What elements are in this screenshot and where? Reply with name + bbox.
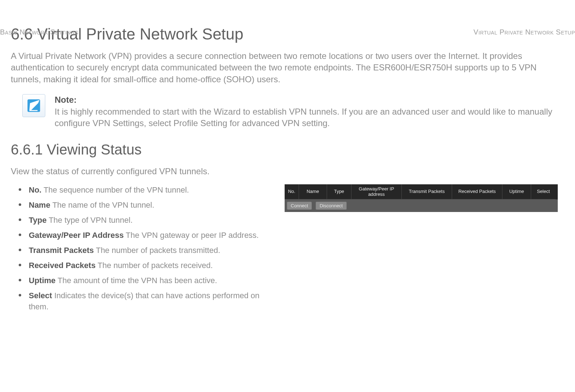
desc: The number of packets transmitted.: [94, 246, 220, 255]
disconnect-button[interactable]: Disconnect: [316, 202, 346, 210]
desc: The amount of time the VPN has been acti…: [56, 276, 217, 285]
vpn-status-widget: No. Name Type Gateway/Peer IP address Tr…: [285, 184, 558, 212]
section-intro: A Virtual Private Network (VPN) provides…: [11, 50, 564, 85]
svg-rect-1: [29, 110, 38, 111]
list-item: Uptime The amount of time the VPN has be…: [19, 275, 270, 286]
col-transmit: Transmit Packets: [402, 184, 452, 199]
term: Select: [29, 291, 52, 300]
vpn-actions-row: Connect Disconnect: [285, 199, 558, 212]
list-item: No. The sequence number of the VPN tunne…: [19, 184, 270, 196]
note-icon: [22, 94, 45, 117]
desc: The name of the VPN tunnel.: [50, 200, 154, 209]
list-item: Type The type of VPN tunnel.: [19, 215, 270, 226]
connect-button[interactable]: Connect: [287, 202, 312, 210]
desc: Indicates the device(s) that can have ac…: [29, 291, 259, 312]
note-body: It is highly recommended to start with t…: [55, 107, 552, 128]
term: Gateway/Peer IP Address: [29, 231, 124, 240]
term: Transmit Packets: [29, 246, 94, 255]
subsection-title: 6.6.1 Viewing Status: [11, 142, 564, 158]
desc: The VPN gateway or peer IP address.: [124, 231, 259, 240]
running-header-right: Virtual Private Network Setup: [474, 28, 575, 36]
note-block: Note: It is highly recommended to start …: [22, 94, 564, 129]
note-text: Note: It is highly recommended to start …: [55, 94, 564, 129]
term: No.: [29, 185, 41, 194]
list-item: Transmit Packets The number of packets t…: [19, 245, 270, 256]
term: Type: [29, 216, 47, 225]
subsection-intro: View the status of currently configured …: [11, 166, 564, 176]
desc: The sequence number of the VPN tunnel.: [41, 185, 189, 194]
list-item: Select Indicates the device(s) that can …: [19, 290, 270, 313]
list-item: Received Packets The number of packets r…: [19, 260, 270, 271]
field-list: No. The sequence number of the VPN tunne…: [19, 184, 270, 316]
col-no: No.: [285, 184, 299, 199]
col-name: Name: [299, 184, 327, 199]
term: Received Packets: [29, 261, 96, 270]
col-type: Type: [327, 184, 351, 199]
desc: The number of packets received.: [96, 261, 213, 270]
col-select: Select: [531, 184, 556, 199]
note-label: Note:: [55, 95, 77, 105]
running-header-left: Basic Network Settings: [0, 28, 78, 36]
desc: The type of VPN tunnel.: [47, 216, 133, 225]
col-received: Received Packets: [452, 184, 502, 199]
term: Name: [29, 200, 50, 209]
term: Uptime: [29, 276, 56, 285]
list-item: Name The name of the VPN tunnel.: [19, 199, 270, 211]
list-item: Gateway/Peer IP Address The VPN gateway …: [19, 230, 270, 241]
col-uptime: Uptime: [502, 184, 531, 199]
vpn-table-header: No. Name Type Gateway/Peer IP address Tr…: [285, 184, 558, 199]
col-gateway: Gateway/Peer IP address: [351, 184, 402, 199]
